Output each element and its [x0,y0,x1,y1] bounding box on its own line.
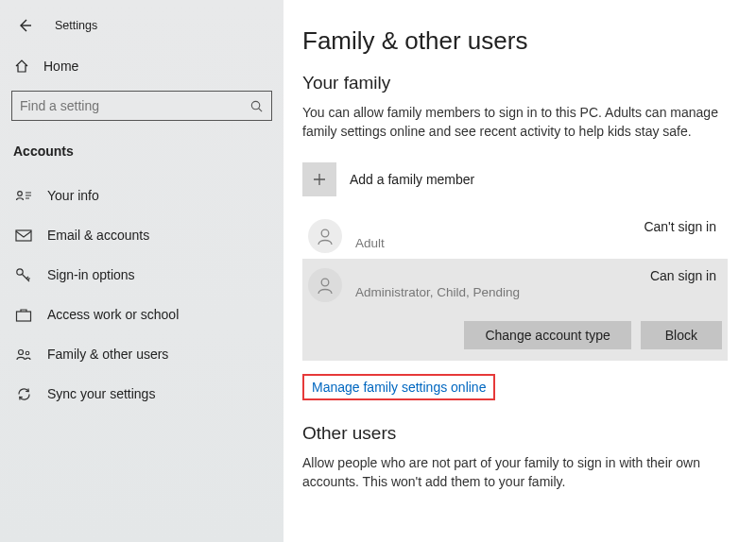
member-status: Can sign in [650,268,722,283]
briefcase-icon [13,308,34,322]
member-role: Adult [355,236,385,250]
avatar-icon [308,219,342,253]
nav-label: Access work or school [47,307,179,322]
nav-sync-settings[interactable]: Sync your settings [11,374,272,414]
search-input[interactable] [20,98,249,113]
family-member-row-selected[interactable]: Administrator, Child, Pending Can sign i… [302,259,728,361]
nav-label: Sign-in options [47,267,135,282]
arrow-left-icon [17,18,32,33]
svg-point-8 [321,279,329,286]
svg-point-0 [251,101,259,109]
back-button[interactable] [11,12,38,39]
sidebar: Settings Home Accounts Your info Email &… [0,0,284,542]
member-status: Can't sign in [644,219,722,234]
nav-your-info[interactable]: Your info [11,176,272,215]
svg-point-5 [19,349,24,354]
nav-signin-options[interactable]: Sign-in options [11,255,272,295]
search-box[interactable] [11,91,272,121]
family-member-row[interactable]: Adult Can't sign in [302,212,728,259]
other-users-description: Allow people who are not part of your fa… [302,453,728,492]
svg-point-1 [18,192,23,196]
add-family-member[interactable]: Add a family member [302,159,728,200]
svg-point-7 [321,229,329,237]
sync-icon [13,386,34,402]
category-header: Accounts [13,144,272,159]
mail-icon [13,229,34,242]
member-name [355,268,520,284]
add-label: Add a family member [350,172,474,187]
app-title: Settings [55,19,97,32]
nav-list: Your info Email & accounts Sign-in optio… [11,176,272,414]
family-description: You can allow family members to sign in … [302,103,728,142]
svg-rect-4 [17,312,31,321]
avatar-icon [308,268,342,302]
sidebar-home[interactable]: Home [11,49,272,83]
main-content: Family & other users Your family You can… [284,0,756,542]
people-icon [13,347,34,362]
plus-icon [302,162,336,196]
key-icon [13,267,34,282]
svg-rect-2 [16,230,31,241]
home-label: Home [43,59,78,74]
svg-point-6 [26,351,29,355]
member-actions: Change account type Block [308,321,722,349]
user-card-icon [13,189,34,202]
nav-family-other-users[interactable]: Family & other users [11,334,272,374]
change-account-type-button[interactable]: Change account type [464,321,630,349]
block-button[interactable]: Block [641,321,722,349]
nav-label: Your info [47,188,99,203]
nav-label: Sync your settings [47,386,155,401]
manage-link-highlight: Manage family settings online [302,374,495,400]
member-info: Administrator, Child, Pending [355,268,520,299]
member-info: Adult [355,219,385,250]
nav-label: Email & accounts [47,228,149,243]
nav-label: Family & other users [47,347,168,362]
other-users-heading: Other users [302,423,728,444]
family-heading: Your family [302,73,728,93]
member-role: Administrator, Child, Pending [355,285,520,299]
page-title: Family & other users [302,26,728,56]
member-name [355,219,385,235]
search-icon [249,99,264,113]
nav-email-accounts[interactable]: Email & accounts [11,215,272,255]
home-icon [11,59,32,74]
nav-access-work-school[interactable]: Access work or school [11,295,272,334]
manage-family-settings-link[interactable]: Manage family settings online [312,380,486,395]
sidebar-header: Settings [11,9,272,42]
svg-point-3 [17,269,23,275]
